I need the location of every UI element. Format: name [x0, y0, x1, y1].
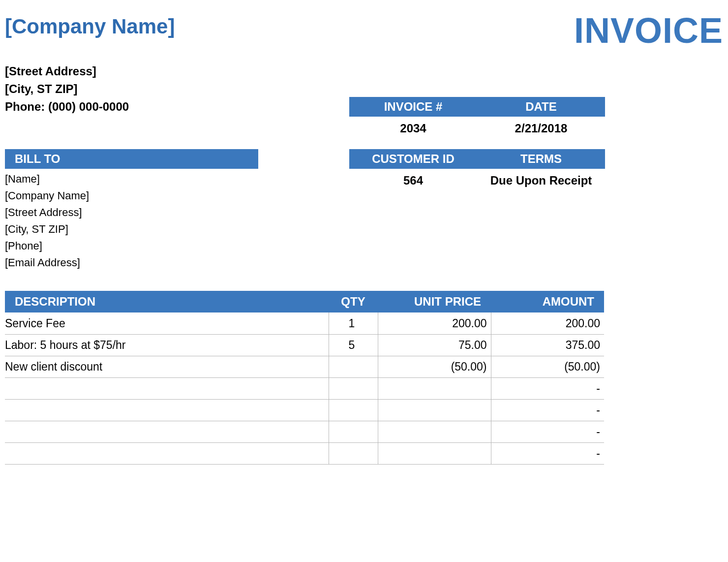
bill-to-section: BILL TO [Name] [Company Name] [Street Ad… — [5, 149, 723, 272]
cell-qty — [329, 377, 378, 399]
cell-amount: - — [491, 377, 604, 399]
header-unit-price: UNIT PRICE — [378, 291, 491, 312]
cell-amount: 200.00 — [491, 312, 604, 334]
customer-id-label: CUSTOMER ID — [349, 149, 477, 169]
table-row: New client discount (50.00) (50.00) — [5, 356, 604, 377]
bill-to-content: [Name] [Company Name] [Street Address] [… — [5, 171, 349, 272]
invoice-number-box: INVOICE # 2034 — [349, 97, 477, 140]
bill-to-street: [Street Address] — [5, 204, 349, 221]
cell-qty — [329, 421, 378, 442]
cell-qty — [329, 356, 378, 377]
cell-unit-price — [378, 442, 491, 464]
bill-to-name: [Name] — [5, 171, 349, 187]
table-row: - — [5, 421, 604, 442]
cell-description — [5, 399, 329, 421]
header-row: [Company Name] INVOICE — [5, 15, 723, 47]
cell-amount: - — [491, 442, 604, 464]
table-row: Labor: 5 hours at $75/hr 5 75.00 375.00 — [5, 334, 604, 356]
table-row: Service Fee 1 200.00 200.00 — [5, 312, 604, 334]
bill-to-header: BILL TO — [5, 149, 258, 169]
header-amount: AMOUNT — [491, 291, 604, 312]
invoice-number-label: INVOICE # — [349, 97, 477, 117]
invoice-meta-row: INVOICE # 2034 DATE 2/21/2018 — [5, 97, 723, 140]
cell-amount: - — [491, 399, 604, 421]
cell-unit-price — [378, 399, 491, 421]
cell-amount: - — [491, 421, 604, 442]
header-qty: QTY — [329, 291, 378, 312]
cell-unit-price — [378, 377, 491, 399]
company-city: [City, ST ZIP] — [5, 80, 723, 98]
items-table: DESCRIPTION QTY UNIT PRICE AMOUNT Servic… — [5, 291, 604, 465]
cell-description — [5, 421, 329, 442]
table-row: - — [5, 399, 604, 421]
bill-to-phone: [Phone] — [5, 238, 349, 254]
table-row: - — [5, 377, 604, 399]
customer-id-value: 564 — [349, 169, 477, 192]
cell-amount: (50.00) — [491, 356, 604, 377]
cell-qty — [329, 399, 378, 421]
items-header-row: DESCRIPTION QTY UNIT PRICE AMOUNT — [5, 291, 604, 312]
table-row: - — [5, 442, 604, 464]
header-description: DESCRIPTION — [5, 291, 329, 312]
cell-unit-price: 75.00 — [378, 334, 491, 356]
terms-box: TERMS Due Upon Receipt — [477, 149, 605, 272]
cell-unit-price: (50.00) — [378, 356, 491, 377]
invoice-date-box: DATE 2/21/2018 — [477, 97, 605, 140]
customer-id-box: CUSTOMER ID 564 — [349, 149, 477, 272]
cell-description: Service Fee — [5, 312, 329, 334]
invoice-date-value: 2/21/2018 — [477, 117, 605, 140]
cell-description — [5, 377, 329, 399]
bill-to-city: [City, ST ZIP] — [5, 221, 349, 238]
cell-unit-price: 200.00 — [378, 312, 491, 334]
cell-description — [5, 442, 329, 464]
cell-description: New client discount — [5, 356, 329, 377]
cell-unit-price — [378, 421, 491, 442]
bill-to-email: [Email Address] — [5, 254, 349, 271]
cell-qty: 1 — [329, 312, 378, 334]
company-street: [Street Address] — [5, 62, 723, 80]
cell-amount: 375.00 — [491, 334, 604, 356]
invoice-date-label: DATE — [477, 97, 605, 117]
terms-label: TERMS — [477, 149, 605, 169]
invoice-title: INVOICE — [574, 15, 723, 47]
cell-qty — [329, 442, 378, 464]
cell-qty: 5 — [329, 334, 378, 356]
bill-to-company: [Company Name] — [5, 187, 349, 204]
company-name: [Company Name] — [5, 15, 175, 38]
invoice-number-value: 2034 — [349, 117, 477, 140]
terms-value: Due Upon Receipt — [477, 169, 605, 192]
cell-description: Labor: 5 hours at $75/hr — [5, 334, 329, 356]
